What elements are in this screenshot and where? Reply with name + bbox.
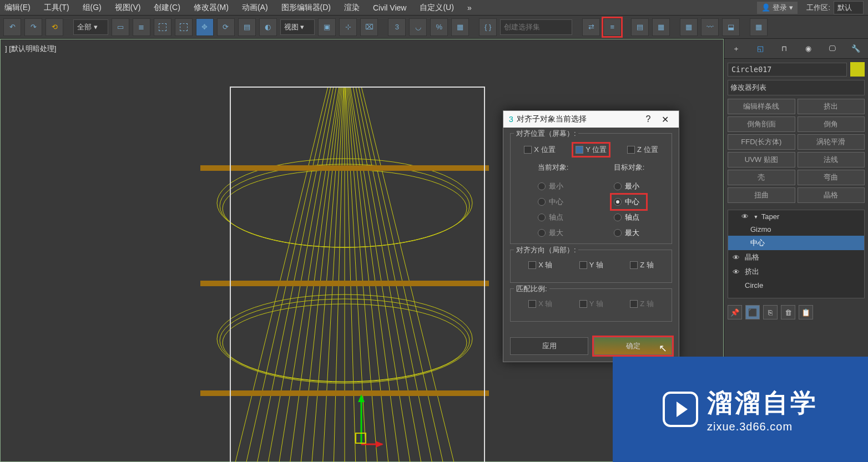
- login-button[interactable]: 👤 登录 ▾: [757, 2, 798, 14]
- menu-create[interactable]: 创建(C): [154, 3, 180, 13]
- mod-btn-shell[interactable]: 壳: [728, 170, 795, 185]
- z-axis-checkbox[interactable]: Z 轴: [630, 260, 654, 270]
- rotate-button[interactable]: ⟳: [217, 18, 235, 36]
- pin-stack-button[interactable]: 📌: [728, 305, 742, 319]
- redo-button[interactable]: ↷: [24, 18, 42, 36]
- scale-y-checkbox[interactable]: Y 轴: [579, 299, 603, 309]
- modifier-list-select[interactable]: 修改器列表: [728, 80, 865, 95]
- stack-center[interactable]: 中心: [728, 236, 864, 250]
- scale-z-checkbox[interactable]: Z 轴: [630, 299, 654, 309]
- mod-btn-edit-spline[interactable]: 编辑样条线: [728, 99, 795, 114]
- modifier-stack[interactable]: 👁▾ Taper Gizmo 中心 👁晶格 👁挤出 Circle: [728, 210, 865, 298]
- current-min-radio[interactable]: 最小: [538, 181, 563, 191]
- current-center-radio[interactable]: 中心: [538, 197, 563, 207]
- stack-circle[interactable]: Circle: [728, 279, 864, 292]
- mod-btn-bevel-profile[interactable]: 倒角剖面: [728, 116, 795, 132]
- configure-sets-button[interactable]: 📋: [799, 305, 813, 319]
- mod-btn-normal[interactable]: 法线: [798, 152, 865, 167]
- menu-modifiers[interactable]: 修改器(M): [194, 3, 229, 13]
- stack-lattice[interactable]: 👁晶格: [728, 250, 864, 265]
- target-center-radio[interactable]: 中心: [614, 197, 639, 207]
- menu-animation[interactable]: 动画(A): [242, 3, 268, 13]
- undo-button[interactable]: ↶: [3, 18, 21, 36]
- named-selection-input[interactable]: [500, 19, 572, 35]
- scale-x-checkbox[interactable]: X 轴: [528, 299, 552, 309]
- menu-more[interactable]: »: [467, 3, 472, 12]
- display-tab[interactable]: 🖵: [824, 41, 840, 57]
- ok-button[interactable]: 确定 ↖: [594, 337, 672, 355]
- mod-btn-lattice[interactable]: 晶格: [798, 187, 865, 203]
- target-pivot-radio[interactable]: 轴点: [614, 212, 639, 222]
- y-axis-checkbox[interactable]: Y 轴: [579, 260, 603, 270]
- stack-extrude[interactable]: 👁挤出: [728, 265, 864, 279]
- mod-btn-twist[interactable]: 扭曲: [728, 187, 795, 203]
- remove-modifier-button[interactable]: 🗑: [781, 305, 795, 319]
- mod-btn-bend[interactable]: 弯曲: [798, 170, 865, 185]
- align-button[interactable]: ≡: [603, 18, 621, 36]
- layers-button[interactable]: ▤: [631, 18, 649, 36]
- current-max-radio[interactable]: 最大: [538, 228, 563, 238]
- target-min-radio[interactable]: 最小: [614, 181, 639, 191]
- x-axis-checkbox[interactable]: X 轴: [528, 260, 552, 270]
- curve-editor-button[interactable]: ▦: [680, 18, 698, 36]
- workspace-select[interactable]: 默认: [834, 1, 864, 14]
- mod-btn-extrude[interactable]: 挤出: [798, 99, 865, 114]
- menu-civil-view[interactable]: Civil View: [373, 3, 406, 12]
- show-end-result-button[interactable]: ⬛: [745, 305, 760, 319]
- menu-rendering[interactable]: 渲染: [344, 3, 360, 13]
- mirror-button[interactable]: ⇄: [582, 18, 600, 36]
- coord-select[interactable]: 视图 ▾: [280, 19, 315, 35]
- scale-button[interactable]: ▤: [238, 18, 256, 36]
- stack-gizmo[interactable]: Gizmo: [728, 223, 864, 236]
- angle-snap-button[interactable]: ◡: [409, 18, 427, 36]
- dialog-help-button[interactable]: ?: [640, 114, 657, 124]
- eye-icon[interactable]: 👁: [741, 212, 750, 221]
- y-position-checkbox[interactable]: Y 位置: [576, 145, 607, 155]
- snap-3d-button[interactable]: 3: [388, 18, 406, 36]
- modify-tab[interactable]: ◱: [752, 41, 769, 57]
- mod-btn-ffd[interactable]: FFD(长方体): [728, 134, 795, 150]
- region-select-button[interactable]: [154, 18, 171, 36]
- dialog-close-button[interactable]: ✕: [657, 114, 673, 125]
- menu-customize[interactable]: 自定义(U): [420, 3, 453, 13]
- transform-gizmo[interactable]: [339, 394, 383, 450]
- move-button[interactable]: ✥: [196, 18, 214, 36]
- spinner-snap-button[interactable]: ▦: [451, 18, 469, 36]
- menu-edit[interactable]: 编辑(E): [4, 3, 31, 13]
- z-position-checkbox[interactable]: Z 位置: [627, 144, 658, 156]
- target-max-radio[interactable]: 最大: [614, 228, 639, 238]
- create-tab[interactable]: ＋: [728, 41, 745, 57]
- select-name-button[interactable]: ≣: [133, 18, 150, 36]
- stack-taper[interactable]: 👁▾ Taper: [728, 210, 864, 223]
- menu-group[interactable]: 组(G): [83, 3, 102, 13]
- motion-tab[interactable]: ◉: [800, 41, 816, 57]
- mod-btn-bevel[interactable]: 倒角: [798, 116, 865, 132]
- object-name-input[interactable]: [728, 63, 847, 77]
- x-position-checkbox[interactable]: X 位置: [524, 144, 555, 156]
- keyboard-shortcut-button[interactable]: ⌧: [360, 18, 378, 36]
- toggle-ribbon-button[interactable]: ▦: [652, 18, 670, 36]
- make-unique-button[interactable]: ⎘: [763, 305, 778, 319]
- scope-select[interactable]: 全部 ▾: [73, 19, 108, 35]
- menu-tools[interactable]: 工具(T): [44, 3, 69, 13]
- manipulate-button[interactable]: ⊹: [339, 18, 357, 36]
- placement-button[interactable]: ◐: [259, 18, 277, 36]
- eye-icon[interactable]: 👁: [733, 268, 741, 276]
- pivot-button[interactable]: ▣: [318, 18, 336, 36]
- menu-views[interactable]: 视图(V): [115, 3, 141, 13]
- select-button[interactable]: ▭: [112, 18, 129, 36]
- render-setup-button[interactable]: ▦: [750, 18, 768, 36]
- object-color-swatch[interactable]: [850, 62, 865, 77]
- apply-button[interactable]: 应用: [510, 337, 588, 355]
- material-editor-button[interactable]: ⬓: [722, 18, 740, 36]
- mod-btn-uvw[interactable]: UVW 贴图: [728, 152, 795, 167]
- schematic-button[interactable]: 〰: [701, 18, 719, 36]
- edit-named-sel-button[interactable]: { }: [479, 18, 497, 36]
- mod-btn-turbosmooth[interactable]: 涡轮平滑: [798, 134, 865, 150]
- eye-icon[interactable]: 👁: [733, 253, 741, 262]
- percent-snap-button[interactable]: %: [430, 18, 448, 36]
- utilities-tab[interactable]: 🔧: [847, 41, 864, 57]
- menu-graph-editors[interactable]: 图形编辑器(D): [281, 3, 331, 13]
- dialog-titlebar[interactable]: 3 对齐子对象当前选择 ? ✕: [503, 111, 679, 128]
- hierarchy-tab[interactable]: ⊓: [776, 41, 793, 57]
